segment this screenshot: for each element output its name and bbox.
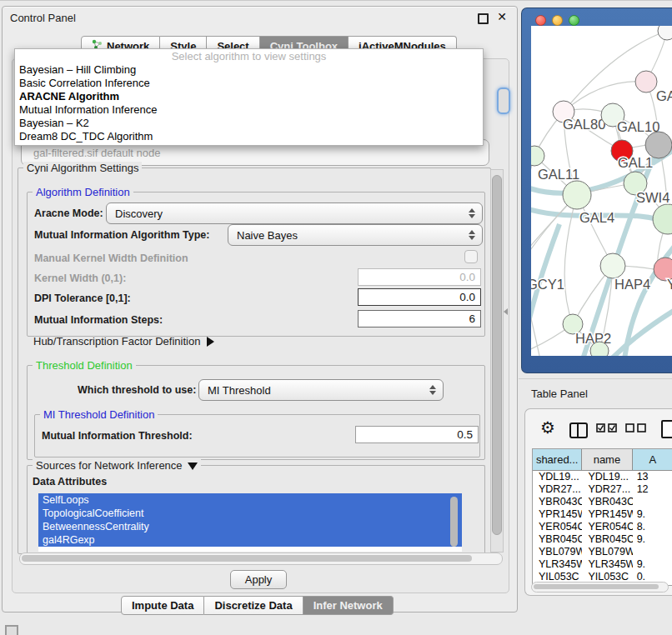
new-table-icon[interactable]	[661, 420, 672, 438]
table-horizontal-scrollbar[interactable]	[531, 582, 669, 592]
close-panel-icon[interactable]: ✕	[497, 10, 507, 23]
manual-kernel-checkbox[interactable]	[464, 250, 478, 263]
algorithm-option-aracne-algorithm[interactable]: ARACNE Algorithm	[15, 90, 483, 103]
network-node[interactable]	[658, 26, 672, 40]
table-row[interactable]: YDL19...YDL19...13	[533, 471, 672, 483]
network-node[interactable]	[590, 342, 609, 356]
window-close-icon[interactable]	[535, 15, 546, 26]
network-node-gal4[interactable]	[563, 181, 591, 209]
network-selector-value: gal-filtered.sif default node	[33, 147, 160, 159]
algorithm-option-basic-correlation-inference[interactable]: Basic Correlation Inference	[15, 77, 483, 90]
column-header-name[interactable]: name	[582, 449, 632, 470]
attribute-item-selfloops[interactable]: SelfLoops	[38, 493, 462, 507]
network-node-hap4[interactable]	[600, 253, 625, 278]
node-label-y: Y	[667, 277, 672, 292]
column-header-a[interactable]: A	[633, 449, 672, 470]
table-cell: YLR345W	[533, 558, 582, 571]
table-cell: YPR145W	[582, 508, 632, 521]
dropdown-placeholder: Select algorithm to view settings	[15, 49, 483, 63]
tab-discretize-data[interactable]: Discretize Data	[204, 596, 303, 615]
combo-arrows-icon	[465, 230, 479, 240]
select-all-icon[interactable]	[596, 423, 618, 433]
window-zoom-icon[interactable]	[569, 15, 579, 26]
window-minimize-icon[interactable]	[552, 15, 563, 26]
table-body: YDL19...YDL19...13YDR27...YDR27...12YBR0…	[533, 471, 672, 583]
deselect-all-icon[interactable]	[625, 423, 647, 433]
float-panel-icon[interactable]	[478, 13, 489, 24]
hub-definition-toggle[interactable]: Hub/Transcription Factor Definition	[33, 335, 214, 348]
table-row[interactable]: YBR045CYBR045C9.	[533, 533, 672, 546]
cyni-algorithm-settings-group: Cyni Algorithm Settings Algorithm Defini…	[18, 168, 491, 554]
table-cell: 9.	[633, 508, 672, 521]
scrollbar-thumb[interactable]	[22, 555, 472, 562]
table-cell: YPR145W	[533, 508, 582, 521]
kernel-width-input[interactable]	[358, 268, 481, 286]
algorithm-option-bayesian-k2[interactable]: Bayesian – K2	[15, 117, 483, 130]
algorithm-option-bayesian-hill-climbing[interactable]: Bayesian – Hill Climbing	[15, 63, 483, 77]
focused-spinner-widget[interactable]	[497, 88, 510, 114]
aracne-mode-value: Discovery	[107, 208, 465, 220]
tab-label: Infer Network	[313, 599, 383, 612]
table-cell	[633, 546, 672, 558]
table-row[interactable]: YBR043CYBR043C	[533, 496, 672, 508]
algorithm-option-dream8-dc-tdc-algorithm[interactable]: Dream8 DC_TDC Algorithm	[15, 130, 483, 143]
table-row[interactable]: YLR345WYLR345W9.	[533, 558, 672, 571]
expand-right-icon	[207, 337, 214, 347]
algorithm-option-mutual-information-inference[interactable]: Mutual Information Inference	[15, 103, 483, 117]
table-cell: YER054C	[582, 521, 632, 533]
mi-steps-input[interactable]	[358, 310, 481, 328]
attributes-list-scrollbar[interactable]	[450, 497, 458, 547]
mi-threshold-input[interactable]	[355, 426, 479, 443]
which-threshold-select[interactable]: MI Threshold	[198, 379, 444, 401]
node-table: shared...nameA YDL19...YDL19...13YDR27..…	[532, 448, 672, 586]
network-node-swi4[interactable]	[653, 204, 672, 234]
settings-horizontal-scrollbar[interactable]	[19, 552, 503, 565]
table-cell: 9.	[633, 558, 672, 571]
node-label-gal10: GAL10	[617, 119, 659, 134]
attribute-item-topologicalcoefficient[interactable]: TopologicalCoefficient	[38, 507, 462, 520]
dpi-tolerance-input[interactable]	[358, 288, 481, 306]
table-cell	[633, 496, 672, 508]
mi-type-value: Naive Bayes	[228, 229, 465, 242]
apply-button[interactable]: Apply	[230, 570, 287, 589]
table-panel-title: Table Panel	[531, 388, 588, 400]
network-canvas[interactable]: GALGAL80GAL10GAL1GAL11SWI4GAL4GCY1HAP4YH…	[531, 26, 672, 356]
sources-group-title[interactable]: Sources for Network Inference	[33, 459, 201, 472]
scrollbar-thumb[interactable]	[534, 584, 659, 589]
panel-divider-grip[interactable]	[504, 308, 508, 315]
network-node-gal[interactable]	[635, 71, 657, 92]
tab-impute-data[interactable]: Impute Data	[121, 596, 204, 615]
data-attributes-label: Data Attributes	[33, 476, 107, 488]
table-header-row: shared...nameA	[533, 449, 672, 471]
tab-infer-network[interactable]: Infer Network	[303, 596, 394, 615]
cyni-bottom-tab-bar: Impute DataDiscretize DataInfer Network	[121, 596, 394, 615]
node-label-gal: GAL	[656, 88, 672, 103]
table-row[interactable]: YBL079WYBL079W	[533, 546, 672, 558]
aracne-mode-select[interactable]: Discovery	[106, 202, 483, 224]
table-cell: YBR043C	[582, 496, 632, 508]
mi-type-select[interactable]: Naive Bayes	[228, 224, 483, 246]
mi-type-label: Mutual Information Algorithm Type:	[34, 229, 209, 241]
table-row[interactable]: YDR27...YDR27...12	[533, 483, 672, 496]
attribute-item-betweennesscentrality[interactable]: BetweennessCentrality	[38, 520, 462, 533]
attribute-item-gal4rgexp[interactable]: gal4RGexp	[38, 533, 462, 547]
sources-title-text: Sources for Network Inference	[36, 459, 183, 472]
table-cell: YDR27...	[533, 483, 582, 496]
threshold-definition-group: Threshold Definition Which threshold to …	[27, 365, 485, 460]
table-row[interactable]: YER054CYER054C8.	[533, 521, 672, 533]
node-label-gal11: GAL11	[538, 167, 579, 182]
columns-icon[interactable]	[569, 422, 588, 438]
which-threshold-value: MI Threshold	[199, 384, 426, 397]
settings-vertical-scrollbar[interactable]	[490, 169, 504, 552]
node-label-hap4: HAP4	[614, 277, 650, 292]
node-label-gal80: GAL80	[563, 117, 605, 132]
column-header-shared[interactable]: shared...	[533, 449, 582, 470]
table-cell: YDL19...	[582, 471, 632, 483]
gear-icon[interactable]: ⚙	[540, 419, 555, 436]
algorithm-dropdown-popup: Select algorithm to view settings Bayesi…	[14, 48, 484, 146]
scrollbar-thumb[interactable]	[492, 175, 502, 535]
minimized-panel-icon[interactable]	[5, 625, 18, 635]
which-threshold-label: Which threshold to use:	[78, 384, 196, 396]
table-row[interactable]: YPR145WYPR145W9.	[533, 508, 672, 521]
combo-arrows-icon	[426, 385, 439, 395]
